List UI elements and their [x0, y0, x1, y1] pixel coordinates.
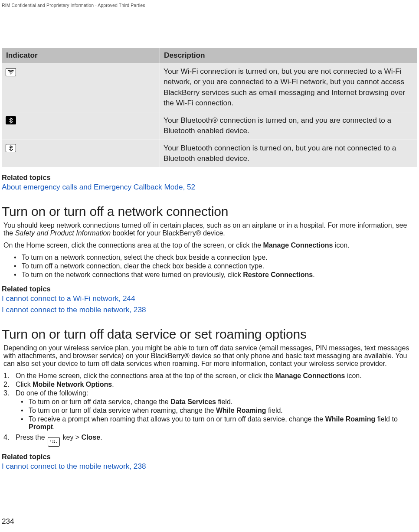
table-row: Your Bluetooth® connection is turned on,…	[2, 112, 417, 140]
list-item: To turn on a network connection, select …	[12, 254, 417, 261]
network-instruction: On the Home screen, click the connection…	[3, 242, 416, 249]
bluetooth-disconnected-icon	[6, 144, 16, 152]
link-mobile-cannot-connect[interactable]: I cannot connect to the mobile network, …	[2, 462, 146, 470]
network-intro: You should keep network connections turn…	[3, 222, 416, 237]
list-item: To turn on or turn off data service when…	[19, 407, 417, 415]
table-row: Your Bluetooth connection is turned on, …	[2, 140, 417, 167]
list-item: Press the key > Close.	[3, 434, 417, 447]
list-item: Do one of the following: To turn on or t…	[3, 389, 417, 431]
page-number: 234	[2, 517, 14, 526]
list-item: To receive a prompt when roaming that al…	[19, 415, 417, 431]
table-cell-description: Your Bluetooth connection is turned on, …	[160, 140, 417, 167]
list-item: To turn on the network connections that …	[12, 271, 417, 279]
heading-turn-network: Turn on or turn off a network connection	[2, 204, 417, 219]
menu-key-icon	[48, 437, 60, 447]
related-topics-heading: Related topics	[2, 285, 417, 293]
link-wifi-cannot-connect[interactable]: I cannot connect to a Wi-Fi network, 244	[2, 294, 135, 303]
heading-data-service: Turn on or turn off data service or set …	[2, 327, 417, 342]
wifi-disconnected-icon	[6, 68, 16, 76]
related-topics-heading: Related topics	[2, 173, 417, 182]
svg-point-0	[10, 74, 11, 75]
data-steps: On the Home screen, click the connection…	[3, 372, 417, 447]
related-topics-heading: Related topics	[2, 453, 417, 461]
table-row: Your Wi-Fi connection is turned on, but …	[2, 63, 417, 112]
table-cell-description: Your Wi-Fi connection is turned on, but …	[160, 63, 417, 112]
list-item: Click Mobile Network Options.	[3, 381, 417, 388]
link-mobile-cannot-connect[interactable]: I cannot connect to the mobile network, …	[2, 305, 146, 314]
list-item: To turn off a network connection, clear …	[12, 262, 417, 270]
confidential-header: RIM Confidential and Proprietary Informa…	[2, 3, 145, 8]
table-header-description: Description	[160, 48, 417, 63]
link-emergency-calls[interactable]: About emergency calls and Emergency Call…	[2, 183, 195, 191]
table-cell-description: Your Bluetooth® connection is turned on,…	[160, 112, 417, 140]
list-item: On the Home screen, click the connection…	[3, 372, 417, 380]
data-intro: Depending on your wireless service plan,…	[3, 344, 416, 368]
network-bullets: To turn on a network connection, select …	[12, 254, 417, 279]
list-item: To turn on or turn off data service, cha…	[19, 398, 417, 406]
indicator-description-table: Indicator Description	[2, 48, 417, 167]
bluetooth-connected-icon	[6, 116, 16, 124]
table-header-indicator: Indicator	[2, 48, 160, 63]
